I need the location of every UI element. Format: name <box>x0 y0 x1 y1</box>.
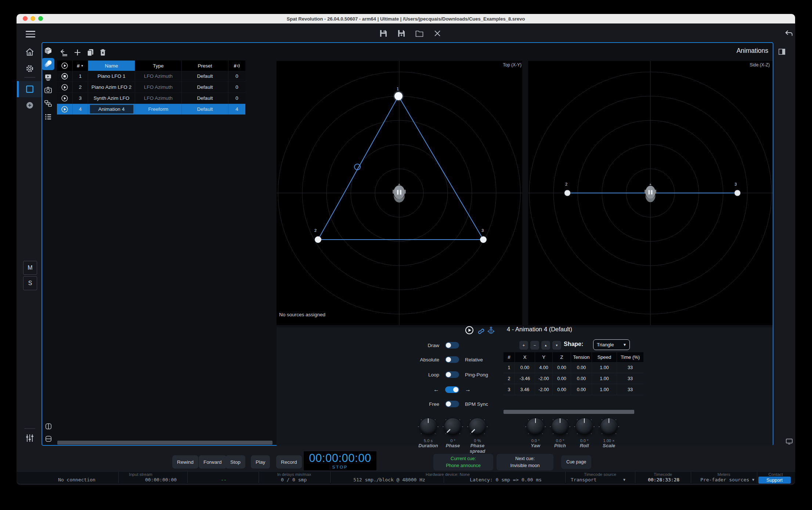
remove-point-button[interactable]: − <box>530 340 539 350</box>
side-point-3-marker[interactable] <box>735 190 740 196</box>
animation-row-2[interactable]: 2 Piano Azim LFO 2 LFO Azimuth Default 0 <box>57 82 245 93</box>
point-3-marker[interactable] <box>480 236 487 243</box>
camera-icon[interactable] <box>44 85 53 94</box>
room-square-icon[interactable] <box>25 84 35 94</box>
list-horizontal-scrollbar[interactable] <box>57 441 273 445</box>
row-name[interactable]: Piano LFO 1 <box>88 71 135 81</box>
window-titlebar[interactable]: Spat Revolution - 26.04.0.50607 - arm64 … <box>17 14 795 23</box>
split-vertical-icon[interactable] <box>44 422 53 430</box>
point-1-label: 1 <box>397 87 399 91</box>
point-row-3[interactable]: 33.46 -2.000.00 0.001.00 33 <box>504 384 643 395</box>
home-icon[interactable] <box>25 47 35 57</box>
panel-toggle-icon[interactable] <box>778 48 786 56</box>
points-table-scrollbar[interactable] <box>504 410 634 414</box>
timecode-source-select[interactable]: Transport <box>571 477 596 482</box>
row-preset[interactable]: Default <box>182 71 228 81</box>
open-folder-icon[interactable] <box>415 29 424 38</box>
pingpong-label: Ping-Pong <box>465 372 488 378</box>
point-1-marker[interactable] <box>394 92 403 100</box>
side-view-label: Side (X-Z) <box>718 62 770 68</box>
side-xz-view[interactable]: 2 3 <box>528 61 773 325</box>
free-label: Free <box>382 401 439 407</box>
point-row-1[interactable]: 10.00 4.000.00 0.001.00 33 <box>504 362 643 373</box>
column-number[interactable]: #▼ <box>73 61 88 71</box>
row-preset[interactable]: Default <box>182 93 228 103</box>
draw-toggle[interactable] <box>445 342 459 349</box>
display-icon[interactable] <box>785 437 793 445</box>
workflow-routing-icon[interactable] <box>44 99 53 108</box>
undo-icon[interactable] <box>784 29 793 38</box>
point-row-2[interactable]: 2-3.46 -2.000.00 0.001.00 33 <box>504 373 643 384</box>
stop-button[interactable]: Stop <box>225 455 245 469</box>
list-icon[interactable] <box>44 113 53 121</box>
row-preset[interactable]: Default <box>182 104 228 114</box>
solo-button[interactable]: S <box>23 276 37 290</box>
row-source-count: 0 <box>228 71 245 81</box>
top-xy-view[interactable]: 1 2 3 <box>277 61 522 325</box>
save-as-icon[interactable] <box>397 29 406 38</box>
save-icon[interactable] <box>379 29 388 38</box>
anchor-icon[interactable] <box>487 327 495 334</box>
direction-toggle[interactable] <box>445 386 459 393</box>
next-cue-box[interactable]: Next cue: Invisible moon <box>497 454 553 470</box>
close-project-icon[interactable] <box>433 29 442 38</box>
add-room-icon[interactable] <box>25 101 34 110</box>
preview-play-icon[interactable] <box>465 326 474 335</box>
row-name-edit-field[interactable]: Animation 4 <box>90 105 134 114</box>
move-point-up-button[interactable]: ▲ <box>541 340 551 350</box>
row-type: LFO Azimuth <box>135 71 182 81</box>
row-name[interactable]: Synth Azim LFO <box>88 93 135 103</box>
mixer-faders-icon[interactable] <box>25 433 35 443</box>
play-button[interactable]: Play <box>251 455 270 469</box>
column-name[interactable]: Name <box>88 61 135 71</box>
add-animation-icon[interactable] <box>73 48 82 57</box>
column-source-count[interactable]: # <box>228 61 245 71</box>
support-label: Support <box>766 478 783 483</box>
record-button[interactable]: Record <box>276 455 302 469</box>
support-button[interactable]: Support <box>758 477 791 484</box>
delete-icon[interactable] <box>98 48 107 57</box>
close-window-button[interactable] <box>23 16 28 21</box>
play-icon[interactable] <box>61 106 68 113</box>
loop-pingpong-toggle[interactable] <box>445 371 459 378</box>
rooms-3d-cube-icon[interactable] <box>44 46 53 55</box>
animations-icon[interactable] <box>44 59 53 68</box>
column-preset[interactable]: Preset <box>182 61 228 71</box>
split-horizontal-icon[interactable] <box>44 435 53 443</box>
meters-caret-icon[interactable]: ▼ <box>751 478 755 482</box>
forward-button[interactable]: Forward <box>199 455 227 469</box>
rewind-button[interactable]: Rewind <box>172 455 198 469</box>
side-point-2-marker[interactable] <box>564 190 570 196</box>
minimize-window-button[interactable] <box>30 16 35 21</box>
animation-row-3[interactable]: 3 Synth Azim LFO LFO Azimuth Default 0 <box>57 93 245 104</box>
animation-row-4-selected[interactable]: 4 Animation 4 Freeform Default 4 <box>57 104 245 115</box>
pause-icon <box>648 190 650 194</box>
zoom-window-button[interactable] <box>38 16 43 21</box>
free-bpm-toggle[interactable] <box>445 401 459 407</box>
pause-icon <box>397 190 398 195</box>
row-name[interactable]: Piano Azim LFO 2 <box>88 82 135 92</box>
duplicate-icon[interactable] <box>86 48 95 57</box>
mute-button[interactable]: M <box>23 261 37 275</box>
column-type[interactable]: Type <box>135 61 182 71</box>
settings-gear-icon[interactable] <box>25 64 35 73</box>
column-play[interactable] <box>57 61 73 71</box>
forward-label: Forward <box>203 459 222 465</box>
move-point-down-button[interactable]: ▼ <box>552 340 562 350</box>
absolute-relative-toggle[interactable] <box>445 356 459 363</box>
play-icon[interactable] <box>61 84 68 91</box>
meters-select[interactable]: Pre-fader sources <box>700 477 749 482</box>
current-cue-box[interactable]: Current cue: Phone announce <box>433 454 493 470</box>
point-2-marker[interactable] <box>315 236 321 243</box>
collapse-left-icon[interactable] <box>60 48 69 57</box>
add-point-button[interactable]: + <box>519 340 528 350</box>
animation-row-1[interactable]: 1 Piano LFO 1 LFO Azimuth Default 0 <box>57 71 245 82</box>
snapshots-icon[interactable] <box>44 73 53 82</box>
shape-dropdown[interactable]: Triangle ▼ <box>593 339 630 350</box>
link-icon[interactable] <box>477 327 484 334</box>
row-preset[interactable]: Default <box>182 82 228 92</box>
play-icon[interactable] <box>61 95 68 102</box>
stop-icon[interactable] <box>61 73 68 80</box>
menu-icon[interactable] <box>26 31 35 37</box>
cue-page-button[interactable]: Cue page <box>561 455 591 469</box>
